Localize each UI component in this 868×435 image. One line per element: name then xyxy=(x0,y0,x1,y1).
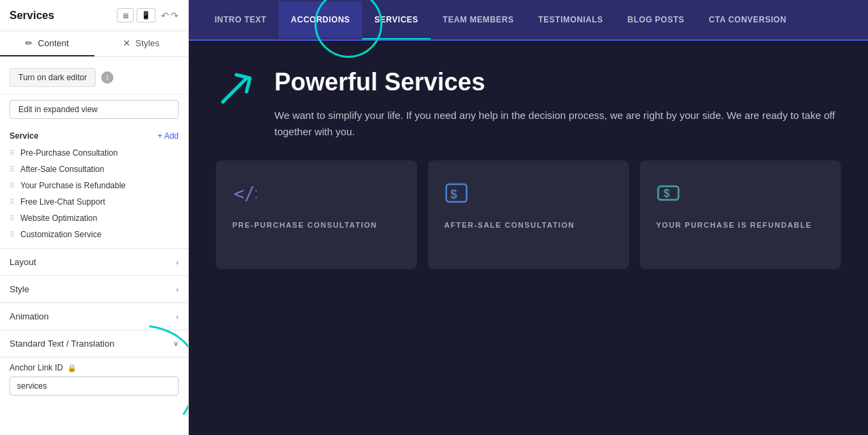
panel-tabs: ✏ Content ✕ Styles xyxy=(0,31,188,57)
undo-btn[interactable]: ↶ xyxy=(161,10,169,21)
card-icon-2: $ xyxy=(656,181,825,210)
svg-text:$: $ xyxy=(450,188,457,201)
info-icon[interactable]: i xyxy=(101,71,113,84)
nav-item-team[interactable]: TEAM MEMBERS xyxy=(431,1,526,38)
tab-styles[interactable]: ✕ Styles xyxy=(94,31,189,56)
dark-editor-row: Turn on dark editor i xyxy=(0,64,188,94)
redo-btn[interactable]: ↷ xyxy=(170,10,179,21)
layout-section: Layout › xyxy=(0,248,188,275)
animation-chevron: › xyxy=(176,313,179,321)
service-cards: </> PRE-PURCHASE CONSULTATION $ AFTER-SA… xyxy=(216,160,841,269)
service-label-5: Customization Service xyxy=(20,230,101,239)
card-icon-0: </> xyxy=(232,181,401,210)
style-label: Style xyxy=(10,284,29,294)
animation-section: Animation › xyxy=(0,302,188,330)
translation-header[interactable]: Standard Text / Translation ∨ xyxy=(0,330,188,357)
anchor-section: Anchor Link ID 🔒 xyxy=(0,357,188,404)
card-label-2: YOUR PURCHASE IS REFUNDABLE xyxy=(656,221,825,229)
add-service-button[interactable]: + Add xyxy=(158,131,179,141)
layout-chevron: › xyxy=(176,258,179,266)
style-header[interactable]: Style › xyxy=(0,276,188,302)
nav-item-services[interactable]: SERVICES xyxy=(362,1,430,39)
tab-content[interactable]: ✏ Content xyxy=(0,31,94,56)
device-desktop-btn[interactable]: 🖥 xyxy=(117,8,134,22)
service-item-4[interactable]: ⠿ Website Optimization xyxy=(0,210,188,226)
hero-title: Powerful Services xyxy=(274,68,841,97)
service-item-1[interactable]: ⠿ After-Sale Consultation xyxy=(0,161,188,177)
card-label-1: AFTER-SALE CONSULTATION xyxy=(444,221,613,229)
translation-chevron: ∨ xyxy=(173,339,179,348)
service-item-2[interactable]: ⠿ Your Purchase is Refundable xyxy=(0,177,188,194)
card-pre-purchase: </> PRE-PURCHASE CONSULTATION xyxy=(216,160,417,269)
main-content: Powerful Services We want to simplify yo… xyxy=(189,41,868,435)
content-icon: ✏ xyxy=(25,38,33,48)
service-list: ⠿ Pre-Purchase Consultation ⠿ After-Sale… xyxy=(0,145,188,248)
animation-label: Animation xyxy=(10,311,49,321)
svg-text:$: $ xyxy=(664,188,670,199)
anchor-input[interactable] xyxy=(10,377,179,396)
drag-handle-4: ⠿ xyxy=(10,214,15,223)
drag-handle-1: ⠿ xyxy=(10,165,15,174)
dark-editor-button[interactable]: Turn on dark editor xyxy=(10,68,96,87)
nav-item-blog[interactable]: BLOG POSTS xyxy=(615,1,697,38)
hero-text: Powerful Services We want to simplify yo… xyxy=(274,68,841,140)
styles-icon: ✕ xyxy=(123,38,130,48)
style-section: Style › xyxy=(0,275,188,302)
nav-item-intro[interactable]: INTRO TEXT xyxy=(202,1,278,38)
service-label-1: After-Sale Consultation xyxy=(20,164,104,174)
card-refundable: $ YOUR PURCHASE IS REFUNDABLE xyxy=(640,160,841,269)
expand-view-button[interactable]: Edit in expanded view xyxy=(10,100,179,119)
nav-item-accordions[interactable]: ACCORDIONS xyxy=(278,1,362,38)
style-chevron: › xyxy=(176,285,179,294)
svg-text:</>: </> xyxy=(234,184,257,204)
arrow-icon xyxy=(216,68,264,109)
panel-body: Turn on dark editor i Edit in expanded v… xyxy=(0,57,188,435)
service-item-3[interactable]: ⠿ Free Live-Chat Support xyxy=(0,194,188,210)
animation-header[interactable]: Animation › xyxy=(0,303,188,330)
device-mobile-btn[interactable]: 📱 xyxy=(137,8,156,22)
service-item-0[interactable]: ⠿ Pre-Purchase Consultation xyxy=(0,145,188,161)
card-icon-1: $ xyxy=(444,181,613,210)
anchor-label-row: Anchor Link ID 🔒 xyxy=(10,363,179,372)
drag-handle-5: ⠿ xyxy=(10,230,15,239)
panel-title: Services xyxy=(10,10,54,22)
card-after-sale: $ AFTER-SALE CONSULTATION xyxy=(428,160,629,269)
panel-toolbar: 🖥 📱 ↶ ↷ xyxy=(117,8,179,22)
service-section-label: Service xyxy=(10,131,39,141)
anchor-label-text: Anchor Link ID xyxy=(10,363,63,372)
service-label-0: Pre-Purchase Consultation xyxy=(20,148,117,158)
nav-item-testimonials[interactable]: TESTIMONIALS xyxy=(526,1,615,38)
translation-label: Standard Text / Translation xyxy=(10,338,114,349)
services-hero: Powerful Services We want to simplify yo… xyxy=(216,68,841,140)
service-label-3: Free Live-Chat Support xyxy=(20,197,105,207)
card-label-0: PRE-PURCHASE CONSULTATION xyxy=(232,221,401,229)
undo-redo-group: 🖥 📱 xyxy=(117,8,156,22)
translation-section: Standard Text / Translation ∨ xyxy=(0,330,188,357)
right-content: INTRO TEXT ACCORDIONS SERVICES TEAM MEMB… xyxy=(189,0,868,435)
nav-item-cta[interactable]: CTA CONVERSION xyxy=(697,1,799,38)
drag-handle-3: ⠿ xyxy=(10,198,15,207)
hero-description: We want to simplify your life. If you ne… xyxy=(274,107,841,140)
layout-label: Layout xyxy=(10,257,36,267)
drag-handle-0: ⠿ xyxy=(10,149,15,158)
drag-handle-2: ⠿ xyxy=(10,181,15,190)
service-section-header: Service + Add xyxy=(0,124,188,145)
service-item-5[interactable]: ⠿ Customization Service xyxy=(0,226,188,243)
panel-header: Services 🖥 📱 ↶ ↷ xyxy=(0,0,188,31)
service-label-4: Website Optimization xyxy=(20,213,97,223)
layout-header[interactable]: Layout › xyxy=(0,249,188,275)
lock-icon: 🔒 xyxy=(67,364,77,372)
site-nav: INTRO TEXT ACCORDIONS SERVICES TEAM MEMB… xyxy=(189,0,868,41)
service-label-2: Your Purchase is Refundable xyxy=(20,181,126,190)
